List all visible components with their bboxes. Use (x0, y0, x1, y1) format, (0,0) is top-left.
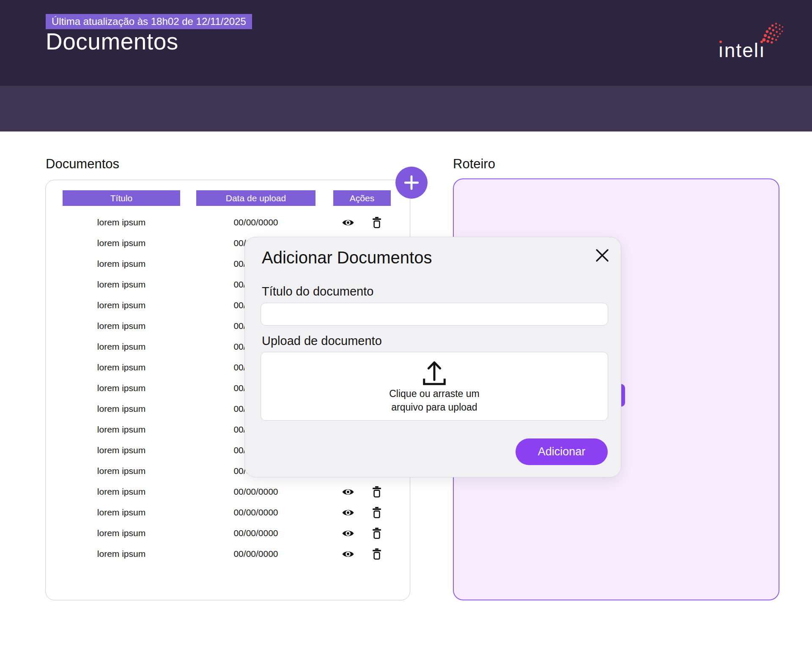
modal-title: Adicionar Documentos (262, 248, 432, 267)
add-document-button[interactable] (395, 167, 428, 199)
app-header: Última atualização às 18h02 de 12/11/202… (0, 0, 812, 86)
document-actions-cell (333, 523, 391, 543)
roteiro-section-title: Roteiro (453, 156, 495, 172)
upload-hint: Clique ou arraste um arquivo para upload (389, 387, 480, 414)
document-title-cell: lorem ipsum (63, 419, 180, 440)
doc-title-label: Título do documento (262, 285, 373, 299)
inteli-logo: ıntelı (718, 39, 765, 62)
eye-icon[interactable] (342, 508, 354, 517)
add-documents-modal: Adicionar Documentos Título do documento… (244, 237, 621, 477)
table-row: lorem ipsum 00/00/0000 (46, 523, 410, 543)
document-date-cell: 00/00/0000 (196, 543, 315, 564)
filter-bar: Data Início 08/07/2025 Data Fim 11/07/20… (0, 86, 812, 131)
document-actions-cell (333, 502, 391, 523)
eye-icon[interactable] (342, 488, 354, 496)
document-date-cell: 00/00/0000 (196, 502, 315, 523)
document-actions-cell (333, 543, 391, 564)
documents-section-title: Documentos (46, 156, 119, 172)
document-title-cell: lorem ipsum (63, 378, 180, 398)
document-title-cell: lorem ipsum (63, 315, 180, 336)
page-title: Documentos (46, 28, 178, 55)
logo-dots-fan-icon (755, 21, 783, 46)
document-title-cell: lorem ipsum (63, 295, 180, 315)
document-title-cell: lorem ipsum (63, 274, 180, 295)
column-header-data-upload: Data de upload (196, 190, 315, 206)
column-header-acoes: Ações (333, 190, 391, 206)
trash-icon[interactable] (373, 507, 381, 518)
close-icon[interactable] (594, 247, 610, 263)
trash-icon[interactable] (373, 486, 381, 498)
document-title-cell: lorem ipsum (63, 460, 180, 481)
document-title-cell: lorem ipsum (63, 336, 180, 357)
plus-icon (403, 175, 420, 191)
document-date-cell: 00/00/0000 (196, 481, 315, 502)
column-header-titulo: Título (63, 190, 180, 206)
document-actions-cell (333, 481, 391, 502)
trash-icon[interactable] (373, 548, 381, 560)
upload-hint-line2: arquivo para upload (391, 402, 477, 413)
document-title-cell: lorem ipsum (63, 357, 180, 378)
table-row: lorem ipsum 00/00/0000 (46, 502, 410, 523)
table-row: lorem ipsum 00/00/0000 (46, 543, 410, 564)
document-actions-cell (333, 212, 391, 233)
eye-icon[interactable] (342, 529, 354, 538)
upload-label: Upload de documento (262, 334, 382, 348)
logo-dot-icon (719, 41, 722, 43)
document-title-cell: lorem ipsum (63, 502, 180, 523)
last-update-badge: Última atualização às 18h02 de 12/11/202… (46, 14, 252, 29)
eye-icon[interactable] (342, 218, 354, 227)
document-title-cell: lorem ipsum (63, 398, 180, 419)
upload-hint-line1: Clique ou arraste um (389, 388, 480, 399)
upload-icon (418, 359, 451, 386)
eye-icon[interactable] (342, 550, 354, 559)
document-title-cell: lorem ipsum (63, 543, 180, 564)
table-row: lorem ipsum 00/00/0000 (46, 481, 410, 502)
document-date-cell: 00/00/0000 (196, 212, 315, 233)
upload-dropzone[interactable]: Clique ou arraste um arquivo para upload (261, 352, 608, 421)
adicionar-button[interactable]: Adicionar (516, 438, 608, 465)
trash-icon[interactable] (373, 528, 381, 539)
document-title-cell: lorem ipsum (63, 481, 180, 502)
document-title-cell: lorem ipsum (63, 523, 180, 543)
document-title-cell: lorem ipsum (63, 233, 180, 253)
document-title-cell: lorem ipsum (63, 440, 180, 460)
doc-title-input[interactable] (261, 303, 608, 326)
page: Última atualização às 18h02 de 12/11/202… (0, 0, 812, 671)
document-date-cell: 00/00/0000 (196, 523, 315, 543)
document-title-cell: lorem ipsum (63, 212, 180, 233)
document-title-cell: lorem ipsum (63, 253, 180, 274)
table-row: lorem ipsum 00/00/0000 (46, 212, 410, 233)
trash-icon[interactable] (373, 217, 381, 228)
